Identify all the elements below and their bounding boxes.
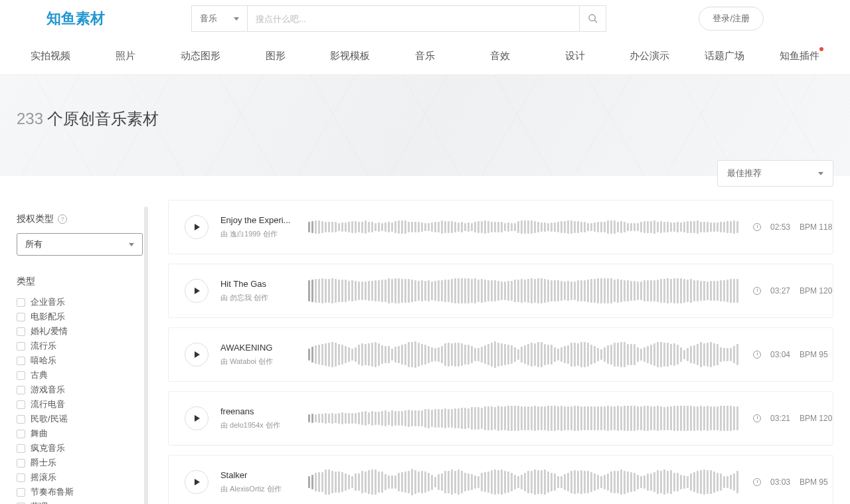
- genre-checkbox-item[interactable]: 电影配乐: [17, 310, 148, 323]
- track-author[interactable]: 由 AlexisOrtiz 创作: [220, 484, 294, 494]
- search-icon: [588, 13, 598, 24]
- play-icon: [195, 288, 200, 294]
- play-button[interactable]: [185, 215, 209, 239]
- waveform[interactable]: [305, 341, 741, 368]
- license-select[interactable]: 所有: [17, 233, 143, 256]
- play-button[interactable]: [185, 343, 209, 367]
- play-icon: [195, 224, 200, 230]
- track-title[interactable]: Stalker: [220, 470, 294, 480]
- track-title[interactable]: Hit The Gas: [220, 279, 294, 289]
- logo[interactable]: 知鱼素材: [46, 9, 105, 29]
- nav-item[interactable]: 图形: [238, 38, 313, 74]
- track-author[interactable]: 由 delo1954x 创作: [220, 420, 294, 430]
- genre-checkbox-item[interactable]: 舞曲: [17, 427, 148, 440]
- track-title[interactable]: AWAKENING: [220, 343, 294, 353]
- track-meta: 03:04BPM 95: [753, 350, 828, 359]
- genre-checkbox-item[interactable]: 节奏布鲁斯: [17, 485, 148, 499]
- result-suffix: 个原创音乐素材: [47, 110, 159, 127]
- genre-checkbox-item[interactable]: 摇滚乐: [17, 471, 148, 484]
- genre-label: 爵士乐: [31, 457, 56, 469]
- track-author[interactable]: 由 勿忘我 创作: [220, 293, 294, 303]
- login-register-button[interactable]: 登录/注册: [699, 7, 764, 31]
- genre-checkbox-item[interactable]: 嘻哈乐: [17, 354, 148, 367]
- nav-item[interactable]: 音效: [462, 38, 537, 74]
- genre-checkbox-item[interactable]: 婚礼/爱情: [17, 325, 148, 338]
- genre-checkbox-item[interactable]: 爵士乐: [17, 456, 148, 469]
- sort-value: 最佳推荐: [727, 167, 762, 179]
- waveform[interactable]: [305, 278, 741, 304]
- track-bpm: BPM 95: [800, 350, 828, 359]
- clock-icon: [753, 478, 761, 486]
- nav-item[interactable]: 知鱼插件: [762, 38, 837, 74]
- track-row: AWAKENING由 Wataboi 创作03:04BPM 95: [168, 327, 833, 382]
- genre-label: 摇滚乐: [31, 471, 56, 483]
- filter-genre-label: 类型: [17, 276, 35, 288]
- track-meta: 02:53BPM 118: [753, 222, 832, 232]
- track-bpm: BPM 95: [800, 477, 828, 487]
- track-author[interactable]: 由 Wataboi 创作: [220, 357, 294, 367]
- track-row: Stalker由 AlexisOrtiz 创作03:03BPM 95: [168, 455, 833, 504]
- track-meta: 03:27BPM 120: [753, 286, 832, 295]
- genre-label: 电影配乐: [31, 311, 65, 323]
- track-duration: 03:21: [770, 414, 790, 423]
- genre-checkbox-item[interactable]: 游戏音乐: [17, 383, 148, 396]
- genre-checkbox-item[interactable]: 流行乐: [17, 339, 148, 353]
- genre-checkbox-item[interactable]: 民歌/民谣: [17, 412, 148, 426]
- play-icon: [195, 479, 200, 485]
- checkbox-icon: [17, 342, 25, 351]
- genre-checkbox-item[interactable]: 流行电音: [17, 398, 148, 411]
- checkbox-icon: [17, 386, 25, 394]
- track-duration: 03:04: [770, 350, 790, 359]
- checkbox-icon: [17, 473, 25, 482]
- genre-label: 舞曲: [31, 428, 48, 440]
- play-button[interactable]: [185, 279, 209, 303]
- chevron-down-icon: [818, 172, 823, 175]
- search-button[interactable]: [580, 5, 606, 32]
- search-category-select[interactable]: 音乐: [191, 5, 248, 32]
- track-duration: 03:03: [770, 477, 790, 487]
- track-title[interactable]: Enjoy the Experi...: [220, 215, 294, 225]
- genre-checkbox-item[interactable]: 企业音乐: [17, 295, 148, 309]
- genre-label: 流行乐: [31, 340, 56, 352]
- play-button[interactable]: [185, 470, 209, 494]
- checkbox-icon: [17, 459, 25, 467]
- track-duration: 03:27: [770, 286, 790, 295]
- genre-checkbox-item[interactable]: 古典: [17, 369, 148, 382]
- track-author[interactable]: 由 逸白1999 创作: [220, 229, 294, 239]
- checkbox-icon: [17, 298, 25, 307]
- nav-item[interactable]: 照片: [88, 38, 163, 74]
- filter-license-label: 授权类型: [17, 213, 54, 225]
- clock-icon: [753, 223, 761, 231]
- nav-item[interactable]: 实拍视频: [13, 38, 88, 74]
- nav-item[interactable]: 话题广场: [687, 38, 762, 74]
- genre-label: 婚礼/爱情: [31, 325, 68, 337]
- nav-item[interactable]: 音乐: [388, 38, 463, 74]
- nav-item[interactable]: 影视模板: [313, 38, 388, 74]
- genre-checkbox-item[interactable]: 蓝调: [17, 500, 148, 504]
- track-row: freenans由 delo1954x 创作03:21BPM 120: [168, 391, 833, 446]
- track-meta: 03:03BPM 95: [753, 477, 828, 487]
- genre-label: 流行电音: [31, 398, 65, 410]
- waveform[interactable]: [305, 405, 741, 432]
- track-title[interactable]: freenans: [220, 406, 294, 416]
- license-value: 所有: [25, 238, 42, 250]
- play-button[interactable]: [185, 406, 209, 430]
- nav-item[interactable]: 动态图形: [163, 38, 238, 74]
- help-icon[interactable]: ?: [58, 214, 67, 224]
- genre-label: 嘻哈乐: [31, 355, 56, 367]
- nav-item[interactable]: 办公演示: [612, 38, 687, 74]
- track-bpm: BPM 120: [800, 286, 832, 295]
- page-title: 233个原创音乐素材: [17, 108, 850, 129]
- sort-select[interactable]: 最佳推荐: [717, 160, 833, 187]
- nav-item[interactable]: 设计: [537, 38, 612, 74]
- waveform[interactable]: [305, 469, 741, 495]
- checkbox-icon: [17, 430, 25, 438]
- genre-checkbox-item[interactable]: 疯克音乐: [17, 442, 148, 455]
- search-input[interactable]: [248, 5, 580, 32]
- genre-label: 节奏布鲁斯: [31, 486, 74, 498]
- clock-icon: [753, 414, 761, 422]
- waveform[interactable]: [305, 214, 741, 240]
- genre-label: 民歌/民谣: [31, 413, 68, 425]
- checkbox-icon: [17, 327, 25, 336]
- track-meta: 03:21BPM 120: [753, 414, 832, 423]
